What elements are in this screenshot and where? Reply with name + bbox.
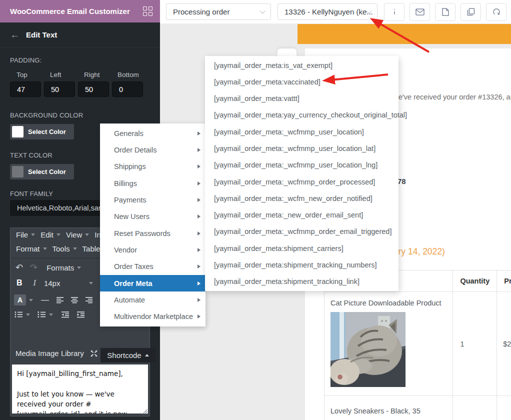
menu-item-multivendor-marketplace[interactable]: Multivendor Marketplace — [100, 308, 206, 325]
padding-bottom-label: Bottom — [118, 71, 139, 78]
submenu-item[interactable]: [yaymail_order_meta:yay_currency_checkou… — [205, 107, 398, 124]
send-email-button[interactable] — [410, 3, 430, 21]
menu-item-reset-passwords[interactable]: Reset Passwords — [100, 225, 206, 242]
menu-item-payments[interactable]: Payments — [100, 192, 206, 208]
product-name: Cat Picture Downloadable Product — [330, 299, 446, 307]
top-toolbar: Processing order 13326 - KellyNguyen (ke… — [160, 0, 511, 24]
chevron-down-icon — [49, 314, 53, 316]
text-color-swatch — [12, 166, 24, 178]
order-items-table: Quantity Pr Cat Picture Downloadable Pro… — [324, 270, 511, 420]
grid-icon[interactable] — [143, 6, 153, 16]
menu-item-shippings[interactable]: Shippings — [100, 158, 206, 175]
reset-button[interactable] — [486, 3, 506, 21]
info-button[interactable] — [384, 3, 404, 21]
submenu-item[interactable]: [yaymail_order_meta:_wcfm_new_order_noti… — [205, 190, 398, 206]
submenu-item[interactable]: [yaymail_order_meta:shipment_tracking_li… — [205, 274, 398, 290]
menu-item-order-meta[interactable]: Order Meta — [100, 275, 206, 292]
quantity-cell: 1 — [453, 292, 497, 396]
menu-item-order-details[interactable]: Order Details — [100, 142, 206, 158]
price-header-cell: Pr — [497, 270, 511, 292]
email-text-editor-area[interactable]: Hi [yaymail_billing_first_name], Just to… — [12, 364, 148, 414]
formats-dropdown[interactable]: Formats — [46, 264, 81, 272]
menu-tools[interactable]: Tools — [52, 244, 77, 253]
email-template-dropdown[interactable]: Processing order — [166, 4, 271, 20]
background-color-button[interactable]: Select Color — [10, 124, 74, 140]
redo-icon[interactable]: ↷ — [30, 262, 38, 273]
background-color-label: BACKGROUND COLOR — [10, 112, 83, 119]
menu-file[interactable]: File — [16, 230, 35, 239]
submenu-arrow-icon — [198, 282, 200, 286]
menu-item-order-taxes[interactable]: Order Taxes — [100, 258, 206, 275]
menu-table[interactable]: Table — [82, 244, 100, 253]
submenu-arrow-icon — [198, 314, 200, 318]
menu-view[interactable]: View — [66, 230, 89, 239]
panel-header: ← Edit Text — [0, 22, 160, 48]
chevron-down-icon — [56, 234, 60, 236]
submenu-item[interactable]: [yaymail_order_meta:vaccinated] — [205, 74, 398, 90]
quantity-header-cell: Quantity — [453, 270, 497, 292]
product-cell: Lovely Sneakers - Black, 35 — [324, 396, 453, 420]
submenu-item[interactable]: [yaymail_order_meta:_wcfmmp_user_locatio… — [205, 140, 398, 156]
undo-icon[interactable]: ↶ — [16, 262, 23, 273]
desktop-preview-button[interactable] — [435, 3, 456, 21]
numbered-list-icon[interactable] — [38, 311, 46, 318]
bullet-list-icon[interactable] — [14, 311, 23, 318]
text-color-button[interactable]: Select Color — [10, 164, 74, 180]
chevron-down-icon — [77, 266, 81, 269]
menu-item-billings[interactable]: Billings — [100, 175, 206, 192]
email-header-band — [298, 24, 511, 44]
padding-top-input[interactable]: 47 — [10, 82, 41, 97]
mobile-preview-button[interactable] — [460, 3, 481, 21]
align-right-icon[interactable] — [85, 296, 93, 304]
text-color-label: TEXT COLOR — [10, 152, 52, 159]
menu-item-automate[interactable]: Automate — [100, 292, 206, 308]
chevron-down-icon — [29, 299, 33, 302]
submenu-item[interactable]: [yaymail_order_meta:is_vat_exempt] — [205, 57, 398, 74]
submenu-item[interactable]: [yaymail_order_meta:_new_order_email_sen… — [205, 207, 398, 224]
italic-button[interactable]: I — [34, 278, 36, 288]
submenu-item[interactable]: [yaymail_order_meta:shipment_tracking_nu… — [205, 256, 398, 273]
order-meta-submenu: [yaymail_order_meta:is_vat_exempt] [yaym… — [205, 56, 398, 291]
resize-grip[interactable] — [142, 409, 148, 414]
padding-right-label: Right — [84, 71, 100, 78]
submenu-arrow-icon — [198, 214, 200, 218]
menu-edit[interactable]: Edit — [40, 230, 60, 239]
product-cell: Cat Picture Downloadable Product — [324, 292, 453, 396]
submenu-item[interactable]: [yaymail_order_meta:_wcfmmp_order_proces… — [205, 174, 398, 190]
padding-bottom-input[interactable]: 0 — [112, 82, 143, 97]
submenu-item[interactable]: [yaymail_order_meta:_wcfmmp_user_locatio… — [205, 157, 398, 174]
chevron-down-icon — [26, 314, 30, 316]
chevron-down-icon — [31, 234, 35, 236]
chevron-up-icon — [145, 354, 149, 356]
shortcode-button[interactable]: Shortcode — [100, 348, 156, 362]
menu-item-vendor[interactable]: Vendor — [100, 242, 206, 258]
submenu-arrow-icon — [198, 132, 200, 136]
padding-right-input[interactable]: 50 — [78, 82, 109, 97]
chevron-down-icon — [43, 248, 47, 250]
bold-button[interactable]: B — [16, 278, 22, 288]
menu-item-new-users[interactable]: New Users — [100, 208, 206, 225]
padding-left-input[interactable]: 50 — [44, 82, 75, 97]
submenu-arrow-icon — [198, 264, 200, 268]
submenu-item[interactable]: [yaymail_order_meta:_wcfmmp_user_locatio… — [205, 124, 398, 140]
media-image-library-button[interactable]: Media Image Library — [16, 349, 84, 358]
menu-item-generals[interactable]: Generals — [100, 125, 206, 142]
submenu-item[interactable]: [yaymail_order_meta:_wcfmmp_order_email_… — [205, 224, 398, 240]
submenu-item[interactable]: [yaymail_order_meta:vattt] — [205, 90, 398, 107]
align-left-icon[interactable] — [56, 296, 64, 304]
submenu-scroll-tab[interactable] — [278, 48, 296, 56]
chevron-down-icon — [260, 8, 265, 14]
document-icon — [442, 8, 449, 16]
align-center-icon[interactable] — [70, 296, 78, 304]
submenu-item[interactable]: [yaymail_order_meta:shipment_carriers] — [205, 240, 398, 256]
indent-icon[interactable] — [76, 311, 85, 318]
menu-format[interactable]: Format — [16, 244, 47, 253]
back-arrow-icon[interactable]: ← — [0, 29, 26, 40]
chevron-down-icon — [73, 248, 77, 250]
text-color-toolbar-button[interactable]: A — [14, 294, 26, 306]
order-select-dropdown[interactable]: 13326 - KellyNguyen (ke... — [278, 4, 378, 20]
font-size-dropdown[interactable]: 14px — [44, 279, 93, 288]
horizontal-rule-button[interactable]: — — [41, 296, 49, 304]
fullscreen-icon[interactable] — [90, 350, 98, 358]
outdent-icon[interactable] — [61, 311, 70, 318]
